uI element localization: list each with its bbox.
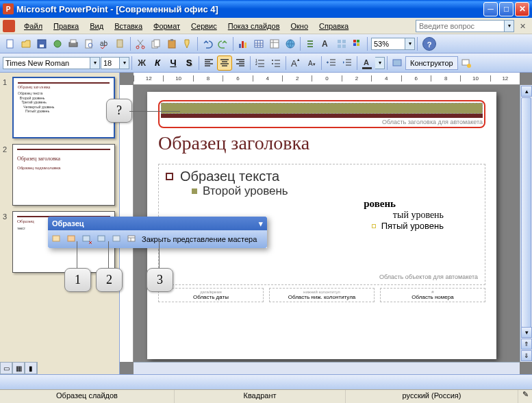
- horizontal-ruler[interactable]: 12108642024681012: [134, 73, 520, 85]
- design-icon[interactable]: [390, 56, 405, 71]
- font-color-dropdown[interactable]: ▾: [375, 57, 385, 69]
- slide-title[interactable]: Образец заголовка: [158, 132, 485, 154]
- cut-icon[interactable]: [133, 36, 148, 51]
- doc-close-button[interactable]: ✕: [517, 21, 528, 32]
- align-right-icon[interactable]: [233, 56, 248, 71]
- menu-window[interactable]: Окно: [286, 20, 314, 32]
- research-icon[interactable]: [113, 36, 128, 51]
- thumbnail-2[interactable]: 2 Образец заголовкаОбразец подзаголовка: [3, 144, 115, 206]
- minimize-button[interactable]: ─: [483, 2, 498, 16]
- slideshow-view-button[interactable]: ▮: [25, 362, 37, 374]
- paste-icon[interactable]: [164, 36, 179, 51]
- normal-view-button[interactable]: ▭: [0, 362, 12, 374]
- svg-point-37: [272, 63, 273, 64]
- thumbnail-1[interactable]: 1 Образец заголовкаОбразец текста Второй…: [3, 77, 115, 138]
- preserve-master-icon[interactable]: [95, 232, 109, 246]
- svg-text:2: 2: [255, 62, 257, 66]
- close-master-view-button[interactable]: Закрыть представление мастера: [140, 235, 258, 243]
- horizontal-scrollbar[interactable]: [134, 362, 520, 374]
- new-icon[interactable]: [3, 36, 18, 51]
- align-left-icon[interactable]: [201, 56, 216, 71]
- decrease-font-icon[interactable]: A▾: [304, 56, 319, 71]
- save-icon[interactable]: [34, 36, 49, 51]
- menu-slideshow[interactable]: Показ слайдов: [223, 20, 285, 32]
- toolbar-options-icon[interactable]: ▾: [259, 219, 263, 228]
- hyperlink-icon[interactable]: [283, 36, 298, 51]
- menu-file[interactable]: Файл: [19, 20, 47, 32]
- undo-icon[interactable]: [200, 36, 215, 51]
- bullet-icon: [372, 224, 376, 228]
- redo-icon[interactable]: [216, 36, 231, 51]
- font-size-input[interactable]: [101, 57, 120, 69]
- menu-tools[interactable]: Сервис: [186, 20, 222, 32]
- menu-view[interactable]: Вид: [85, 20, 108, 32]
- designer-button[interactable]: Конструктор: [405, 56, 458, 70]
- spelling-icon[interactable]: ab: [97, 36, 112, 51]
- svg-rect-33: [357, 43, 359, 46]
- format-painter-icon[interactable]: [180, 36, 195, 51]
- close-button[interactable]: ✕: [515, 2, 529, 16]
- zoom-dropdown[interactable]: ▾: [405, 38, 415, 50]
- footer-placeholder[interactable]: нижний колонтитулОбласть ниж. колонтитул…: [269, 288, 375, 302]
- connector-3: [159, 241, 160, 271]
- font-name-dropdown[interactable]: ▾: [90, 57, 100, 69]
- new-slide-icon[interactable]: [459, 56, 474, 71]
- preview-icon[interactable]: [81, 36, 97, 51]
- help-search-dropdown[interactable]: ▾: [505, 20, 514, 32]
- master-layout-icon[interactable]: [125, 232, 139, 246]
- help-search-input[interactable]: [416, 20, 505, 32]
- window-titlebar: P Microsoft PowerPoint - [Современный оф…: [0, 0, 532, 18]
- date-placeholder[interactable]: дата/времяОбласть даты: [158, 288, 264, 302]
- standard-toolbar: ab A ▾ ?: [0, 34, 532, 53]
- chart-icon[interactable]: [236, 36, 251, 51]
- table-icon[interactable]: [251, 36, 266, 51]
- title-placeholder[interactable]: Область заголовка для автомакета: [158, 100, 485, 128]
- grid-icon[interactable]: [334, 36, 349, 51]
- menu-format[interactable]: Формат: [149, 20, 185, 32]
- align-center-icon[interactable]: [217, 56, 232, 71]
- color-icon[interactable]: [350, 36, 365, 51]
- underline-button[interactable]: Ч: [166, 56, 181, 71]
- decrease-indent-icon[interactable]: [324, 56, 339, 71]
- prev-slide-icon[interactable]: ⇑: [521, 339, 532, 350]
- print-icon[interactable]: [66, 36, 81, 51]
- master-toolbar[interactable]: Образец▾ Закрыть представление мастера: [48, 217, 267, 248]
- bullets-icon[interactable]: [268, 56, 283, 71]
- menu-insert[interactable]: Вставка: [110, 20, 147, 32]
- zoom-input[interactable]: [371, 38, 405, 50]
- vertical-scrollbar[interactable]: ▴ ▾ ⇑ ⇓: [520, 85, 532, 362]
- tables-icon[interactable]: [267, 36, 282, 51]
- scroll-down-icon[interactable]: ▾: [521, 327, 532, 338]
- font-color-button[interactable]: A: [359, 56, 375, 71]
- numbering-icon[interactable]: 12: [253, 56, 268, 71]
- menu-help[interactable]: Справка: [314, 20, 353, 32]
- font-size-dropdown[interactable]: ▾: [120, 57, 129, 69]
- open-icon[interactable]: [18, 36, 34, 51]
- permission-icon[interactable]: [50, 36, 65, 51]
- svg-text:A: A: [364, 58, 369, 66]
- status-spell-icon[interactable]: ✎: [518, 390, 532, 403]
- help-icon[interactable]: ?: [422, 37, 436, 51]
- expand-icon[interactable]: [303, 36, 318, 51]
- app-icon-small[interactable]: [3, 20, 15, 32]
- sorter-view-button[interactable]: ▦: [12, 362, 25, 374]
- italic-button[interactable]: К: [150, 56, 165, 71]
- rename-master-icon[interactable]: [110, 232, 124, 246]
- scroll-up-icon[interactable]: ▴: [521, 86, 532, 97]
- number-placeholder[interactable]: #Область номера: [380, 288, 485, 302]
- maximize-button[interactable]: □: [499, 2, 514, 16]
- shadow-button[interactable]: S: [181, 56, 197, 71]
- increase-indent-icon[interactable]: [340, 56, 355, 71]
- increase-font-icon[interactable]: A▴: [288, 56, 303, 71]
- insert-slide-master-icon[interactable]: [50, 232, 64, 246]
- svg-rect-5: [71, 40, 76, 43]
- font-name-input[interactable]: [3, 57, 90, 69]
- next-slide-icon[interactable]: ⇓: [521, 350, 532, 361]
- copy-icon[interactable]: [149, 36, 164, 51]
- menu-edit[interactable]: Правка: [49, 20, 84, 32]
- show-formatting-icon[interactable]: A: [318, 36, 333, 51]
- bold-button[interactable]: Ж: [134, 56, 149, 71]
- status-language[interactable]: русский (Россия): [346, 390, 518, 403]
- scroll-thumb[interactable]: [521, 97, 531, 328]
- delete-master-icon[interactable]: [80, 232, 94, 246]
